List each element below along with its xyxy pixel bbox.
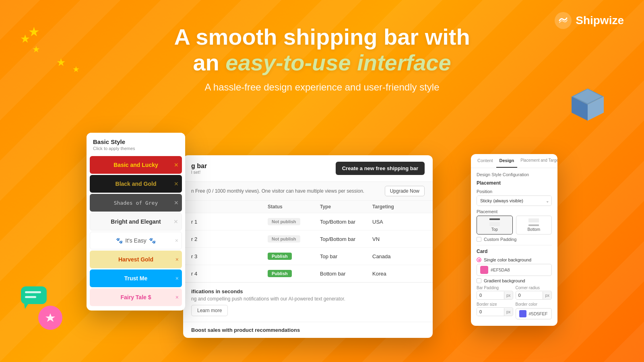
position-select[interactable]: Sticky (always visible) — [477, 196, 551, 206]
tab-placement-targeting[interactable]: Placement and Targeting — [517, 154, 557, 168]
border-color-hex: #5D5FEF — [529, 311, 548, 316]
status-badge-4: Publish — [268, 270, 292, 277]
row-type-3: Top bar — [320, 253, 372, 259]
row-status-4: Publish — [268, 270, 320, 277]
theme-basic-lucky-label: Basic and Lucky — [114, 162, 158, 168]
placement-buttons: Top Bottom — [477, 216, 552, 234]
theme-bright-elegant[interactable]: Bright and Elegant ✕ — [90, 213, 182, 230]
bottom-bar-icon — [528, 224, 539, 226]
custom-padding-label: Custom Padding — [484, 237, 516, 242]
corner-radius-input[interactable] — [516, 291, 543, 299]
border-color-input-row[interactable]: #5D5FEF — [516, 308, 552, 319]
color-input-row[interactable]: #EF5DA8 — [477, 264, 552, 276]
theme-trust-me[interactable]: Trust Me × — [90, 269, 182, 287]
headline: A smooth shipping bar with an easy-to-us… — [0, 24, 644, 76]
theme-its-easy-close[interactable]: × — [175, 237, 178, 244]
top-label: Top — [491, 227, 498, 232]
theme-bright-elegant-label: Bright and Elegant — [111, 218, 161, 225]
placement-bottom-button[interactable]: Bottom — [516, 216, 552, 234]
single-color-label: Single color background — [484, 257, 531, 262]
bar-padding-input[interactable] — [477, 291, 504, 299]
its-easy-emoji-left: 🐾 — [116, 237, 123, 244]
theme-harvest-gold[interactable]: Harvest Gold × — [90, 251, 182, 268]
learn-more-button[interactable]: Learn more — [191, 305, 228, 316]
theme-black-gold-label: Black and Gold — [116, 181, 157, 187]
bottom-section-desc: ng and compelling push notifications wit… — [191, 296, 425, 302]
row-type-4: Bottom bar — [320, 271, 372, 277]
placement-label: Placement — [477, 209, 552, 214]
theme-black-gold[interactable]: Black and Gold ✕ — [90, 175, 182, 193]
position-label: Position — [477, 189, 552, 194]
corner-radius-input-wrapper: px — [516, 291, 552, 300]
border-color-group: Border color #5D5FEF — [516, 302, 552, 319]
free-notice-text: n Free (0 / 1000 monthly views). One vis… — [191, 188, 364, 194]
row-targeting-3: Canada — [372, 253, 425, 259]
design-tabs: Content Design Placement and Targeting — [471, 154, 557, 168]
gradient-label: Gradient background — [484, 278, 525, 283]
panel-header: Basic Style Click to apply themes — [87, 133, 185, 155]
border-size-group: Border size px — [477, 302, 513, 319]
header-area: A smooth shipping bar with an easy-to-us… — [0, 24, 644, 93]
radio-inner — [478, 259, 480, 261]
border-size-input[interactable] — [477, 308, 504, 316]
theme-harvest-gold-close[interactable]: × — [175, 256, 179, 263]
theme-trust-me-close[interactable]: × — [175, 275, 179, 282]
create-shipping-bar-button[interactable]: Create a new free shipping bar — [336, 162, 425, 175]
tab-design[interactable]: Design — [496, 154, 518, 168]
theme-fairy-tale-close[interactable]: × — [175, 294, 179, 300]
panel-subtitle: l set! — [191, 170, 207, 175]
tab-content[interactable]: Content — [474, 154, 496, 168]
theme-shades-grey[interactable]: Shades of Grey ✕ — [90, 194, 182, 212]
gradient-radio[interactable] — [477, 278, 481, 283]
row-name-2: r 2 — [191, 236, 268, 242]
upgrade-button[interactable]: Upgrade Now — [385, 186, 425, 196]
theme-harvest-gold-label: Harvest Gold — [118, 256, 153, 263]
select-arrow-icon: ⌄ — [546, 199, 549, 203]
col-header-type: Type — [320, 204, 372, 210]
svg-rect-8 — [25, 296, 36, 298]
padding-corner-row: Bar Padding px Corner radius px — [477, 286, 552, 300]
table-header: Status Type Targeting — [183, 201, 433, 213]
divider — [477, 245, 552, 245]
gradient-radio-row: Gradient background — [477, 278, 552, 283]
position-select-wrapper: Sticky (always visible) ⌄ — [477, 195, 552, 206]
row-type-2: Top/Bottom bar — [320, 236, 372, 242]
border-size-unit: px — [504, 308, 513, 316]
shipping-bars-table: Status Type Targeting r 1 Not publish To… — [183, 201, 433, 282]
top-content-icon — [489, 222, 500, 226]
theme-fairy-tale[interactable]: Fairy Tale $ × — [90, 288, 182, 306]
theme-black-gold-close[interactable]: ✕ — [174, 181, 179, 187]
row-name-1: r 1 — [191, 219, 268, 225]
theme-shades-grey-close[interactable]: ✕ — [174, 200, 179, 206]
color-swatch — [480, 266, 488, 274]
theme-trust-me-label: Trust Me — [124, 275, 148, 282]
table-row: r 1 Not publish Top/Bottom bar USA — [183, 213, 433, 230]
row-name-4: r 4 — [191, 271, 268, 277]
shipping-bar-panel: g bar l set! Create a new free shipping … — [183, 155, 433, 338]
corner-radius-unit: px — [543, 292, 551, 299]
svg-rect-5 — [21, 286, 47, 304]
top-bar-icon — [489, 218, 500, 220]
status-badge-3: Publish — [268, 253, 292, 260]
config-title: Design Style Configuration — [477, 172, 552, 177]
bottom-section: ifications in seconds ng and compelling … — [183, 282, 433, 322]
theme-basic-lucky[interactable]: Basic and Lucky ✕ — [90, 156, 182, 174]
row-type-1: Top/Bottom bar — [320, 219, 372, 225]
custom-padding-checkbox[interactable] — [477, 237, 481, 242]
bottom-content-icon — [528, 218, 539, 222]
bar-padding-group: Bar Padding px — [477, 286, 513, 300]
panel-title: g bar — [191, 162, 207, 170]
headline-highlight: easy-to-use interface — [225, 50, 451, 75]
single-color-radio[interactable] — [477, 257, 481, 262]
its-easy-emoji-right: 🐾 — [149, 237, 156, 244]
border-row: Border size px Border color #5D5FEF — [477, 302, 552, 319]
theme-basic-lucky-close[interactable]: ✕ — [174, 162, 179, 168]
color-hex-value: #EF5DA8 — [491, 267, 510, 272]
svg-rect-7 — [25, 291, 41, 293]
theme-bright-elegant-close[interactable]: ✕ — [173, 218, 178, 225]
subheadline: A hassle-free design experience and user… — [0, 82, 644, 93]
headline-line1: A smooth shipping bar with — [174, 24, 470, 49]
placement-top-button[interactable]: Top — [477, 216, 513, 234]
theme-its-easy[interactable]: 🐾 It's Easy 🐾 × — [90, 232, 182, 249]
status-badge-1: Not publish — [268, 218, 300, 225]
